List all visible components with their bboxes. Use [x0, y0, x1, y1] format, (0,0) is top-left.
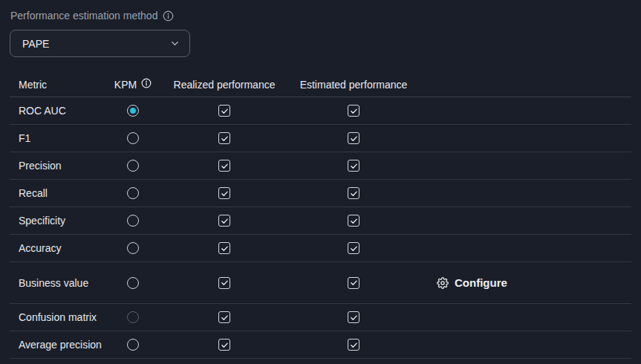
- kpm-radio[interactable]: [127, 105, 139, 117]
- radio-dot: [130, 190, 136, 196]
- chevron-down-icon: [169, 38, 180, 49]
- kpm-radio[interactable]: [127, 311, 139, 323]
- estimated-performance-checkbox[interactable]: [348, 160, 359, 172]
- configure-button-label: Configure: [455, 276, 507, 289]
- table-row: Recall: [10, 180, 631, 207]
- estimated-performance-checkbox[interactable]: [348, 277, 359, 289]
- table-row: Average precision: [10, 331, 631, 359]
- realized-performance-checkbox[interactable]: [218, 160, 230, 172]
- estimated-performance-checkbox[interactable]: [348, 242, 359, 254]
- radio-dot: [130, 135, 136, 141]
- table-row: Confusion matrix: [10, 304, 631, 331]
- header-kpm: KPM: [114, 79, 152, 91]
- table-row: ROC AUC: [10, 97, 631, 125]
- metric-label: Recall: [10, 187, 114, 199]
- kpm-info-icon[interactable]: [141, 78, 152, 88]
- info-icon[interactable]: [163, 10, 174, 22]
- estimated-performance-checkbox[interactable]: [348, 132, 359, 144]
- kpm-radio[interactable]: [127, 215, 139, 227]
- table-row: F1: [10, 125, 631, 152]
- estimated-performance-checkbox[interactable]: [348, 187, 359, 199]
- realized-performance-checkbox[interactable]: [218, 311, 230, 323]
- table-body: ROC AUC: [10, 97, 631, 359]
- estimated-performance-checkbox[interactable]: [348, 311, 359, 323]
- radio-dot: [130, 163, 136, 169]
- estimation-method-dropdown[interactable]: PAPE: [10, 30, 190, 57]
- radio-dot: [130, 314, 136, 320]
- metric-label: F1: [10, 132, 114, 144]
- header-realized-performance: Realized performance: [171, 79, 278, 91]
- header-estimated-performance: Estimated performance: [296, 79, 411, 91]
- metric-label: Confusion matrix: [10, 311, 114, 323]
- table-row: Specificity: [10, 207, 631, 235]
- radio-dot: [130, 342, 136, 348]
- configure-button[interactable]: Configure: [437, 276, 507, 289]
- table-row: Business value Configure: [10, 262, 631, 304]
- metric-label: Precision: [10, 160, 114, 172]
- table-row: Accuracy: [10, 235, 631, 262]
- estimation-method-section: Performance estimation method PAPE: [0, 0, 641, 57]
- realized-performance-checkbox[interactable]: [218, 132, 230, 144]
- table-header: Metric KPM Realized performance Estimate…: [10, 72, 631, 97]
- dropdown-selected-value: PAPE: [22, 38, 49, 50]
- header-metric: Metric: [10, 79, 114, 91]
- realized-performance-checkbox[interactable]: [218, 215, 230, 227]
- kpm-radio[interactable]: [127, 339, 139, 351]
- estimated-performance-checkbox[interactable]: [348, 105, 359, 117]
- radio-dot: [130, 108, 136, 114]
- kpm-radio[interactable]: [127, 187, 139, 199]
- estimated-performance-checkbox[interactable]: [348, 339, 359, 351]
- radio-dot: [130, 218, 136, 224]
- metrics-settings-panel: Performance estimation method PAPE Metri…: [0, 0, 641, 364]
- metric-label: ROC AUC: [10, 105, 114, 117]
- realized-performance-checkbox[interactable]: [218, 277, 230, 289]
- metric-label: Accuracy: [10, 242, 114, 254]
- kpm-radio[interactable]: [127, 277, 139, 289]
- metric-label: Specificity: [10, 215, 114, 227]
- realized-performance-checkbox[interactable]: [218, 242, 230, 254]
- metrics-table: Metric KPM Realized performance Estimate…: [10, 72, 631, 359]
- kpm-radio[interactable]: [127, 160, 139, 172]
- radio-dot: [130, 280, 136, 286]
- estimated-performance-checkbox[interactable]: [348, 215, 359, 227]
- metric-label: Business value: [10, 277, 114, 289]
- realized-performance-checkbox[interactable]: [218, 339, 230, 351]
- radio-dot: [130, 245, 136, 251]
- kpm-radio[interactable]: [127, 242, 139, 254]
- kpm-radio[interactable]: [127, 132, 139, 144]
- realized-performance-checkbox[interactable]: [218, 105, 230, 117]
- table-row: Precision: [10, 152, 631, 180]
- metric-label: Average precision: [10, 339, 114, 351]
- estimation-method-label: Performance estimation method: [10, 10, 157, 22]
- gear-icon: [437, 277, 449, 289]
- realized-performance-checkbox[interactable]: [218, 187, 230, 199]
